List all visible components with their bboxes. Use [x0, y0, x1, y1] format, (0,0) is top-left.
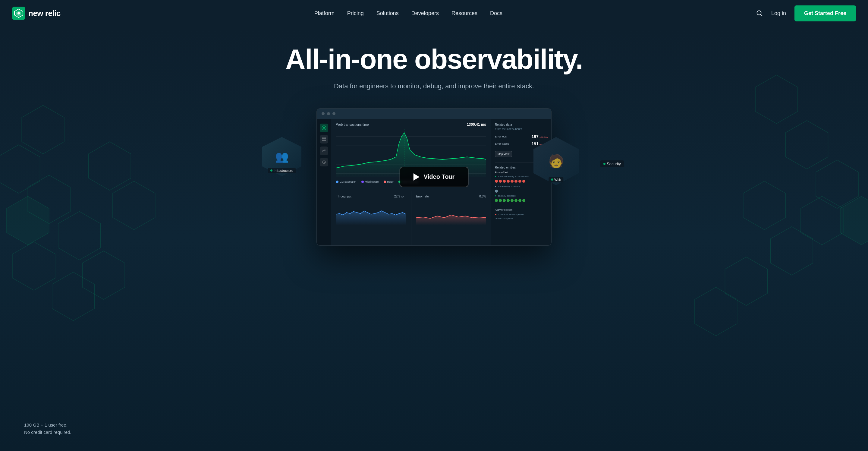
legend-middleware: Middleware	[361, 180, 379, 183]
throughput-header: Throughput 22.9 rpm	[336, 195, 406, 198]
activity-item-1: Critical violation opened	[495, 213, 548, 216]
green-dot-4	[507, 199, 510, 202]
nav-item-developers[interactable]: Developers	[411, 10, 439, 17]
nav-item-platform[interactable]: Platform	[314, 10, 335, 17]
error-traces-label: Error traces	[495, 142, 509, 145]
svg-marker-6	[28, 175, 70, 224]
svg-rect-26	[324, 138, 326, 139]
svg-point-24	[323, 127, 325, 129]
green-dot-1	[495, 199, 498, 202]
sidebar-icon-1-glyph	[322, 137, 326, 141]
nav-right: Log in Get Started Free	[756, 5, 856, 22]
svg-marker-9	[88, 142, 131, 190]
nav-link-docs[interactable]: Docs	[490, 10, 502, 16]
svg-point-1	[18, 12, 20, 14]
video-tour-label: Video Tour	[424, 173, 455, 180]
nav-link-platform[interactable]: Platform	[314, 10, 335, 16]
contained-by-icon: ●	[495, 175, 496, 178]
throughput-chart	[336, 201, 406, 224]
green-dot-5	[510, 199, 514, 202]
get-started-button[interactable]: Get Started Free	[795, 5, 856, 22]
svg-marker-19	[695, 287, 737, 336]
svg-marker-14	[840, 196, 868, 245]
web-badge-label: Web	[549, 177, 563, 182]
grey-dot	[495, 190, 498, 193]
browser-dot-3	[333, 112, 336, 115]
svg-rect-25	[322, 138, 324, 139]
throughput-value: 22.9 rpm	[394, 195, 406, 198]
green-dot-2	[499, 199, 502, 202]
web-badge-dot	[551, 178, 553, 181]
error-rate-value: 0.6%	[479, 195, 486, 198]
video-tour-overlay: Video Tour	[400, 167, 469, 187]
free-tier-line2: No credit card required.	[24, 429, 71, 436]
search-button[interactable]	[756, 10, 763, 17]
nav-item-pricing[interactable]: Pricing	[347, 10, 364, 17]
related-data-sub: From the last 24 hours	[495, 127, 548, 130]
grey-dot-row	[495, 190, 548, 193]
error-rate-title: Error rate	[416, 195, 429, 198]
svg-marker-11	[755, 75, 798, 124]
svg-marker-4	[22, 105, 64, 154]
activity-item-2: Order-Composer	[495, 216, 548, 220]
nav-link-solutions[interactable]: Solutions	[376, 10, 399, 16]
svg-marker-5	[0, 145, 40, 193]
logo-icon	[12, 7, 25, 20]
svg-marker-17	[743, 181, 786, 230]
activity-dot	[495, 214, 496, 215]
svg-marker-20	[13, 242, 55, 290]
free-tier-notice: 100 GB + 1 user free. No credit card req…	[24, 421, 71, 436]
svg-line-31	[324, 162, 325, 163]
security-badge-dot	[603, 163, 606, 165]
login-link[interactable]: Log in	[771, 10, 786, 17]
calls-row: ● calls 20 services	[495, 194, 548, 197]
hero-headline: All-in-one observability.	[285, 44, 583, 74]
red-dot-6	[515, 180, 518, 183]
chart-title: Web transactions time	[336, 123, 369, 126]
security-badge: Security	[600, 160, 624, 167]
nav-link-pricing[interactable]: Pricing	[347, 10, 364, 16]
chart-value: 1300.41 ms	[467, 122, 486, 127]
error-rate-header: Error rate 0.6%	[416, 195, 487, 198]
hero-subheadline: Data for engineers to monitor, debug, an…	[334, 82, 534, 90]
red-dot-4	[507, 180, 510, 183]
web-badge: 🧑 Web	[533, 137, 579, 185]
svg-marker-16	[770, 227, 813, 275]
sidebar-icon-2-glyph	[322, 149, 326, 153]
video-tour-button[interactable]: Video Tour	[400, 167, 469, 187]
svg-marker-10	[113, 181, 155, 230]
throughput-panel: Throughput 22.9 rpm	[331, 191, 411, 245]
sidebar-icon-1	[320, 135, 328, 144]
red-dot-5	[510, 180, 514, 183]
svg-marker-13	[816, 160, 858, 209]
svg-marker-18	[725, 257, 767, 305]
navbar: new relic Platform Pricing Solutions Dev…	[0, 0, 868, 27]
svg-rect-28	[324, 140, 326, 141]
new-relic-sidebar-icon	[321, 125, 327, 130]
free-tier-line1: 100 GB + 1 user free.	[24, 421, 71, 429]
svg-marker-15	[801, 196, 843, 245]
nav-link-developers[interactable]: Developers	[411, 10, 439, 16]
legend-gc: GC Execution	[336, 180, 356, 183]
browser-titlebar	[317, 109, 551, 119]
throughput-title: Throughput	[336, 195, 351, 198]
infrastructure-badge: 👥 Infrastructure	[262, 137, 301, 176]
legend-dot-ruby	[384, 181, 386, 183]
chart-header: Web transactions time 1300.41 ms	[336, 122, 486, 127]
svg-marker-8	[58, 211, 101, 260]
nav-item-docs[interactable]: Docs	[490, 10, 502, 17]
map-view-button[interactable]: Map View	[495, 151, 512, 157]
activity-title: Activity stream	[495, 208, 548, 211]
nav-item-resources[interactable]: Resources	[452, 10, 477, 17]
sidebar-icon-3-glyph	[322, 160, 326, 164]
green-dot-3	[503, 199, 506, 202]
green-dot-7	[518, 199, 521, 202]
sidebar-icon-2	[320, 147, 328, 155]
green-dot-6	[515, 199, 518, 202]
red-dot-7	[518, 180, 521, 183]
svg-marker-22	[82, 251, 125, 299]
sidebar-icon-active	[320, 124, 328, 132]
nav-item-solutions[interactable]: Solutions	[376, 10, 399, 17]
logo[interactable]: new relic	[12, 7, 61, 20]
nav-link-resources[interactable]: Resources	[452, 10, 477, 16]
